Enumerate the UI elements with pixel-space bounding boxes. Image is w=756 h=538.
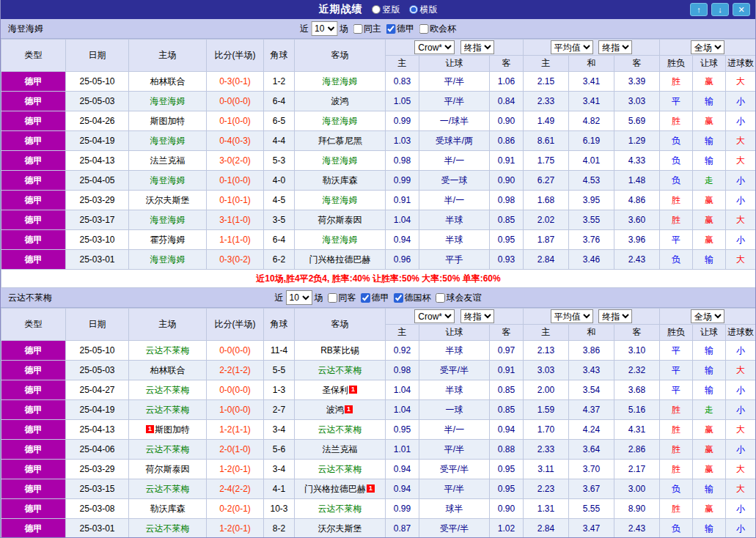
date-cell: 25-04-19 bbox=[66, 400, 129, 420]
handicap-result-cell: 赢 bbox=[693, 499, 726, 519]
handicap-line-cell: 半球 bbox=[419, 230, 490, 250]
bundesliga-checkbox[interactable] bbox=[386, 24, 395, 34]
col-result-wdl: 胜负 bbox=[660, 56, 693, 72]
date-cell: 25-04-13 bbox=[66, 420, 129, 440]
match-row: 德甲25-03-29沃尔夫斯堡0-1(0-1)4-5海登海姆0.91半/一0.9… bbox=[1, 191, 756, 210]
date-cell: 25-03-29 bbox=[66, 191, 129, 210]
horizontal-layout-label: 横版 bbox=[420, 4, 438, 16]
recent-count-select[interactable]: 10 bbox=[311, 21, 337, 36]
avg-away-odds-cell: 3.60 bbox=[614, 210, 660, 230]
date-cell: 25-05-10 bbox=[66, 72, 129, 92]
match-row: 德甲25-03-01海登海姆0-3(0-2)6-2门兴格拉德巴赫0.96平手0.… bbox=[1, 250, 756, 270]
handicap-home-odds-cell: 0.99 bbox=[386, 499, 419, 519]
away-team-cell: 门兴格拉德巴赫1 bbox=[295, 479, 386, 499]
avg-home-odds-cell: 2.15 bbox=[524, 72, 569, 92]
date-cell: 25-03-08 bbox=[66, 499, 129, 519]
handicap-result-cell: 输 bbox=[693, 380, 726, 400]
bookmaker-select[interactable]: Crow* bbox=[414, 40, 455, 54]
scroll-down-button[interactable]: ↓ bbox=[711, 3, 729, 16]
vertical-layout-radio[interactable] bbox=[372, 5, 381, 14]
handicap-result-cell: 赢 bbox=[693, 230, 726, 250]
closing-odds-select-2[interactable]: 终指 bbox=[598, 40, 632, 54]
home-team-cell: 斯图加特 bbox=[129, 111, 207, 131]
horizontal-layout-radio[interactable] bbox=[409, 5, 418, 14]
date-cell: 25-05-10 bbox=[66, 341, 129, 361]
filter-same-home[interactable]: 同主 bbox=[353, 23, 381, 35]
scroll-up-button[interactable]: ↑ bbox=[690, 3, 708, 16]
avg-draw-odds-cell: 3.95 bbox=[569, 191, 614, 210]
closing-odds-select[interactable]: 终指 bbox=[460, 309, 494, 323]
filter-bundesliga[interactable]: 德甲 bbox=[361, 292, 389, 304]
col-home: 主场 bbox=[129, 309, 207, 341]
score-cell: 0-1(0-1) bbox=[207, 191, 264, 210]
date-cell: 25-03-01 bbox=[66, 250, 129, 270]
avg-draw-odds-cell: 3.86 bbox=[569, 341, 614, 361]
handicap-away-odds-cell: 0.91 bbox=[490, 361, 524, 380]
closing-odds-select-2[interactable]: 终指 bbox=[598, 309, 632, 323]
league-cell: 德甲 bbox=[1, 171, 66, 191]
handicap-line-cell: 受一球 bbox=[419, 171, 490, 191]
bundesliga-label: 德甲 bbox=[397, 23, 414, 35]
away-team-cell: 拜仁慕尼黑 bbox=[295, 131, 386, 151]
handicap-line-cell: 半/一 bbox=[419, 151, 490, 171]
average-odds-select[interactable]: 平均值 bbox=[551, 309, 593, 323]
handicap-home-odds-cell: 0.94 bbox=[386, 460, 419, 479]
filter-club-friendly[interactable]: 球会友谊 bbox=[436, 292, 482, 304]
filter-same-away[interactable]: 同客 bbox=[328, 292, 356, 304]
handicap-away-odds-cell: 1.02 bbox=[490, 519, 524, 538]
avg-home-odds-cell: 2.02 bbox=[524, 210, 569, 230]
handicap-home-odds-cell: 0.91 bbox=[386, 191, 419, 210]
corners-cell: 5-3 bbox=[264, 151, 295, 171]
avg-draw-odds-cell: 4.53 bbox=[569, 171, 614, 191]
filter-dfb-pokal[interactable]: 德国杯 bbox=[394, 292, 431, 304]
match-row: 德甲25-03-01云达不莱梅1-2(0-1)8-2沃尔夫斯堡0.87受平/半1… bbox=[1, 519, 756, 538]
same-home-checkbox[interactable] bbox=[353, 24, 362, 34]
scope-select[interactable]: 全场 bbox=[691, 40, 724, 54]
away-team-cell: 门兴格拉德巴赫 bbox=[295, 250, 386, 270]
avg-away-odds-cell: 8.90 bbox=[614, 499, 660, 519]
dfb-pokal-checkbox[interactable] bbox=[394, 293, 403, 303]
conference-league-checkbox[interactable] bbox=[419, 24, 428, 34]
scope-select[interactable]: 全场 bbox=[691, 309, 724, 323]
filter-conference-league[interactable]: 欧会杯 bbox=[419, 23, 456, 35]
avg-away-odds-cell: 5.69 bbox=[614, 111, 660, 131]
club-friendly-checkbox[interactable] bbox=[436, 293, 445, 303]
match-row: 德甲25-04-19云达不莱梅1-0(0-0)2-7波鸿11.04一球0.851… bbox=[1, 400, 756, 420]
average-odds-select[interactable]: 平均值 bbox=[551, 40, 593, 54]
league-cell: 德甲 bbox=[1, 361, 66, 380]
date-cell: 25-04-27 bbox=[66, 380, 129, 400]
away-team-cell: 法兰克福 bbox=[295, 440, 386, 460]
recent-count-select[interactable]: 10 bbox=[286, 290, 312, 305]
handicap-result-cell: 输 bbox=[693, 519, 726, 538]
handicap-result-cell: 输 bbox=[693, 250, 726, 270]
score-cell: 0-2(0-1) bbox=[207, 499, 264, 519]
layout-radio-vertical[interactable]: 竖版 bbox=[372, 4, 400, 16]
red-card-badge: 1 bbox=[349, 386, 357, 394]
same-home-label: 同主 bbox=[364, 23, 381, 35]
handicap-home-odds-cell: 0.92 bbox=[386, 341, 419, 361]
handicap-line-cell: 半球 bbox=[419, 380, 490, 400]
team2-filter-bar: 近 10 场 同客 德甲 德国杯 球会友谊 bbox=[275, 290, 482, 305]
handicap-home-odds-cell: 1.03 bbox=[386, 131, 419, 151]
corners-cell: 1-3 bbox=[264, 380, 295, 400]
goals-result-cell: 小 bbox=[726, 191, 756, 210]
avg-away-odds-cell: 2.32 bbox=[614, 361, 660, 380]
handicap-line-cell: 受平/半 bbox=[419, 361, 490, 380]
handicap-away-odds-cell: 0.94 bbox=[490, 420, 524, 440]
same-away-checkbox[interactable] bbox=[328, 293, 337, 303]
filter-bundesliga[interactable]: 德甲 bbox=[386, 23, 414, 35]
avg-away-odds-cell: 4.33 bbox=[614, 151, 660, 171]
bundesliga-checkbox[interactable] bbox=[361, 293, 370, 303]
corners-cell: 6-4 bbox=[264, 230, 295, 250]
col-result-goals: 进球数 bbox=[726, 325, 756, 341]
handicap-away-odds-cell: 1.06 bbox=[490, 72, 524, 92]
closing-odds-select[interactable]: 终指 bbox=[460, 40, 494, 54]
layout-radio-horizontal[interactable]: 横版 bbox=[409, 4, 438, 16]
score-cell: 1-0(0-0) bbox=[207, 400, 264, 420]
close-button[interactable]: ✕ bbox=[733, 3, 750, 16]
dfb-pokal-label: 德国杯 bbox=[405, 292, 431, 304]
bookmaker-select[interactable]: Crow* bbox=[414, 309, 455, 323]
team-name: 海登海姆 bbox=[150, 254, 186, 265]
avg-draw-odds-cell: 3.47 bbox=[569, 519, 614, 538]
corners-cell: 11-4 bbox=[264, 341, 295, 361]
